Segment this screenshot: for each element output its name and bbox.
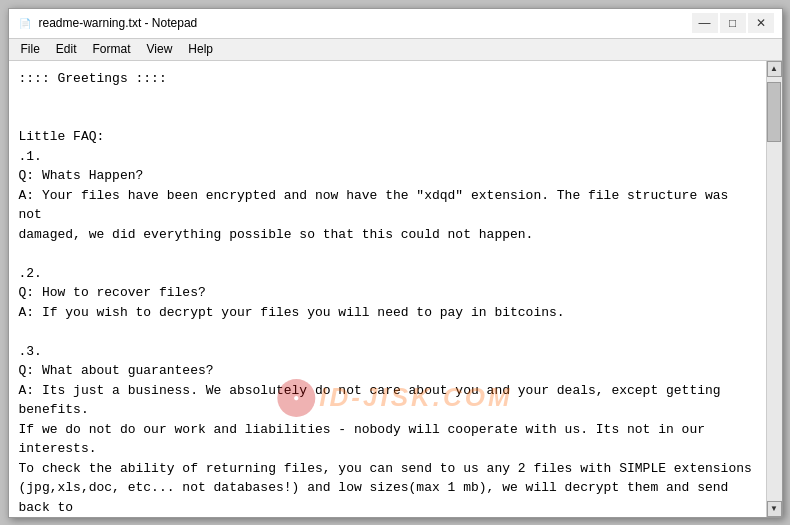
notepad-window: 📄 readme-warning.txt - Notepad — □ ✕ Fil… [8, 8, 783, 518]
maximize-button[interactable]: □ [720, 13, 746, 33]
text-editor[interactable]: :::: Greetings :::: Little FAQ: .1. Q: W… [9, 61, 766, 517]
menu-edit[interactable]: Edit [48, 40, 85, 58]
window-title: readme-warning.txt - Notepad [39, 16, 198, 30]
scrollbar-thumb[interactable] [767, 82, 781, 142]
app-icon: 📄 [17, 15, 33, 31]
menu-format[interactable]: Format [85, 40, 139, 58]
scrollbar-track[interactable] [767, 77, 782, 501]
close-button[interactable]: ✕ [748, 13, 774, 33]
content-wrapper: :::: Greetings :::: Little FAQ: .1. Q: W… [9, 61, 782, 517]
window-controls: — □ ✕ [692, 13, 774, 33]
scroll-down-button[interactable]: ▼ [767, 501, 782, 517]
menu-view[interactable]: View [139, 40, 181, 58]
title-bar: 📄 readme-warning.txt - Notepad — □ ✕ [9, 9, 782, 39]
minimize-button[interactable]: — [692, 13, 718, 33]
menu-help[interactable]: Help [180, 40, 221, 58]
menu-bar: File Edit Format View Help [9, 39, 782, 61]
vertical-scrollbar: ▲ ▼ [766, 61, 782, 517]
scroll-up-button[interactable]: ▲ [767, 61, 782, 77]
menu-file[interactable]: File [13, 40, 48, 58]
title-bar-left: 📄 readme-warning.txt - Notepad [17, 15, 198, 31]
